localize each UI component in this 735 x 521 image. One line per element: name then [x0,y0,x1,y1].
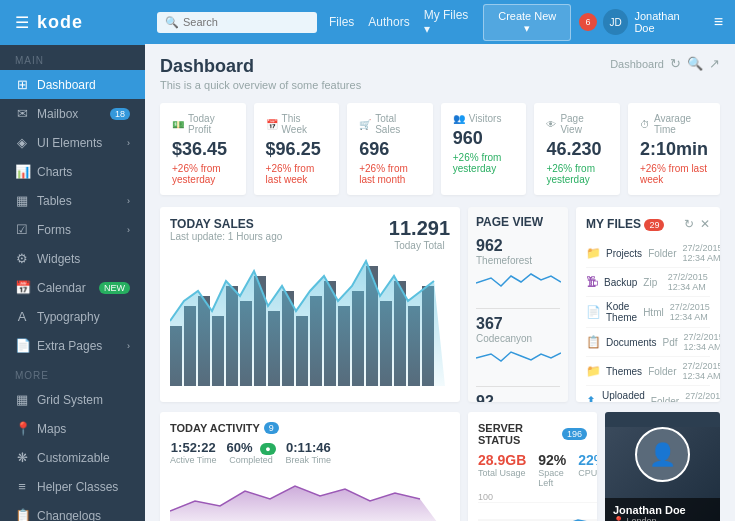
nav-link-my-files[interactable]: My Files ▾ [424,8,476,36]
sidebar-item-label: Customizable [37,451,110,465]
files-title: MY FILES [586,217,641,231]
sidebar-item-label: Changelogs [37,509,101,522]
hamburger-icon[interactable]: ☰ [15,13,29,32]
stat-avg-time: ⏱ Avarage Time 2:10min +26% from last we… [628,103,720,195]
sidebar-item-forms[interactable]: ☑ Forms › [0,215,145,244]
ui-elements-icon: ◈ [15,135,29,150]
sidebar-item-label: Forms [37,223,71,237]
act-stat-completed: 60% ● Completed [227,440,276,465]
act-stat-break: 0:11:46 Break Time [286,440,332,465]
act-value: 60% ● [227,440,276,455]
stat-change: +26% from last week [266,163,328,185]
nav-user: 6 JD Jonathan Doe [579,9,701,35]
sidebar-item-label: Charts [37,165,72,179]
sidebar-item-label: Maps [37,422,66,436]
srv-value: 28.9GB [478,452,526,468]
sidebar-item-mailbox[interactable]: ✉ Mailbox 18 [0,99,145,128]
srv-space-left: 92% Space Left [538,452,566,488]
user-profile-card: 👤 Jonathan Doe 📍 London [605,412,720,521]
content-area: Dashboard This is a quick overview of so… [145,44,735,521]
bottom-row: TODAY ACTIVITY 9 1:52:22 Active Time 60%… [160,412,720,521]
avatar: JD [603,9,629,35]
close-files-icon[interactable]: ✕ [700,217,710,231]
breadcrumb-text: Dashboard [610,58,664,70]
nav-link-authors[interactable]: Authors [368,8,409,36]
refresh-icon[interactable]: ↻ [670,56,681,71]
notification-badge[interactable]: 6 [579,13,597,31]
file-type: Html [643,307,664,318]
expand-icon[interactable]: ↗ [709,56,720,71]
sidebar-item-maps[interactable]: 📍 Maps [0,414,145,443]
search-breadcrumb-icon[interactable]: 🔍 [687,56,703,71]
sidebar-item-tables[interactable]: ▦ Tables › [0,186,145,215]
sidebar-item-label: Helper Classes [37,480,118,494]
server-chart [478,502,597,521]
widgets-icon: ⚙ [15,251,29,266]
file-type: Pdf [663,337,678,348]
stats-row: 💵 Today Profit $36.45 +26% from yesterda… [160,103,720,195]
sidebar-item-changelogs[interactable]: 📋 Changelogs [0,501,145,521]
srv-label: Space Left [538,468,566,488]
profile-location: 📍 London [613,516,712,521]
grid-icon: ▦ [15,392,29,407]
pv-value: 367 [476,315,560,333]
stat-value: 960 [453,128,515,149]
sidebar-item-grid-system[interactable]: ▦ Grid System [0,385,145,414]
stat-change: +26% from yesterday [172,163,234,185]
chart-max-label: 100 [478,492,493,502]
file-name: Uploaded Files [602,390,645,402]
file-type: Zip [643,277,661,288]
sidebar-item-label: Calendar [37,281,86,295]
file-name: Themes [606,366,642,377]
nav-links: Files Authors My Files ▾ [329,8,475,36]
page-subtitle: This is a quick overview of some feature… [160,79,361,91]
page-view-panel: PAGE VIEW 962 Themeforest 367 Codecanyon [468,207,568,402]
folder-icon: 📁 [586,246,600,260]
file-date: 27/2/2015 12:34 AM [682,361,720,381]
srv-total-usage: 28.9GB Total Usage [478,452,526,488]
breadcrumb: Dashboard ↻ 🔍 ↗ [610,56,720,71]
search-input[interactable] [183,16,283,28]
create-new-button[interactable]: Create New ▾ [483,4,571,41]
sparkline-themeforest [476,268,561,293]
chevron-right-icon: › [127,138,130,148]
act-label: Break Time [286,455,332,465]
activity-title: TODAY ACTIVITY [170,422,260,434]
sidebar-item-widgets[interactable]: ⚙ Widgets [0,244,145,273]
sidebar-item-label: Widgets [37,252,80,266]
sidebar-item-ui-elements[interactable]: ◈ UI Elements › [0,128,145,157]
sidebar-item-calendar[interactable]: 📅 Calendar NEW [0,273,145,302]
today-sales-chart: TODAY SALES Last update: 1 Hours ago 11.… [160,207,460,402]
stat-change: +26% from last month [359,163,421,185]
charts-icon: 📊 [15,164,29,179]
nav-link-files[interactable]: Files [329,8,354,36]
file-row[interactable]: ⬆ Uploaded Files Folder 27/2/2015 12:34 … [586,386,710,402]
stat-page-view: 👁 Page View 46.230 +26% from yesterday [534,103,620,195]
act-value: 0:11:46 [286,440,332,455]
sidebar-item-customizable[interactable]: ❋ Customizable [0,443,145,472]
files-list: 📁 Projects Folder 27/2/2015 12:34 AM 🗜 B… [586,239,710,402]
srv-label: CPU [578,468,597,478]
refresh-files-icon[interactable]: ↻ [684,217,694,231]
sidebar-item-extra-pages[interactable]: 📄 Extra Pages › [0,331,145,360]
file-row[interactable]: 📁 Themes Folder 27/2/2015 12:34 AM [586,357,710,386]
profit-icon: 💵 [172,119,184,130]
mailbox-icon: ✉ [15,106,29,121]
nav-menu-icon[interactable]: ≡ [714,13,723,31]
stat-label: 📅 This Week [266,113,328,135]
chevron-right-icon: › [127,225,130,235]
sidebar-item-typography[interactable]: A Typography [0,302,145,331]
sidebar-section-more: MORE ▦ Grid System 📍 Maps ❋ Customizable… [0,360,145,521]
file-name: Backup [604,277,637,288]
sidebar-item-dashboard[interactable]: ⊞ Dashboard [0,70,145,99]
file-row[interactable]: 📋 Documents Pdf 27/2/2015 12:34 AM [586,328,710,357]
sidebar-item-charts[interactable]: 📊 Charts [0,157,145,186]
maps-icon: 📍 [15,421,29,436]
chevron-right-icon: › [127,341,130,351]
search-box[interactable]: 🔍 [157,12,317,33]
file-row[interactable]: 📁 Projects Folder 27/2/2015 12:34 AM [586,239,710,268]
sidebar-item-helper-classes[interactable]: ≡ Helper Classes [0,472,145,501]
file-row[interactable]: 🗜 Backup Zip 27/2/2015 12:34 AM [586,268,710,297]
activity-badge: 9 [264,422,279,434]
file-row[interactable]: 📄 Kode Theme Html 27/2/2015 12:34 AM [586,297,710,328]
